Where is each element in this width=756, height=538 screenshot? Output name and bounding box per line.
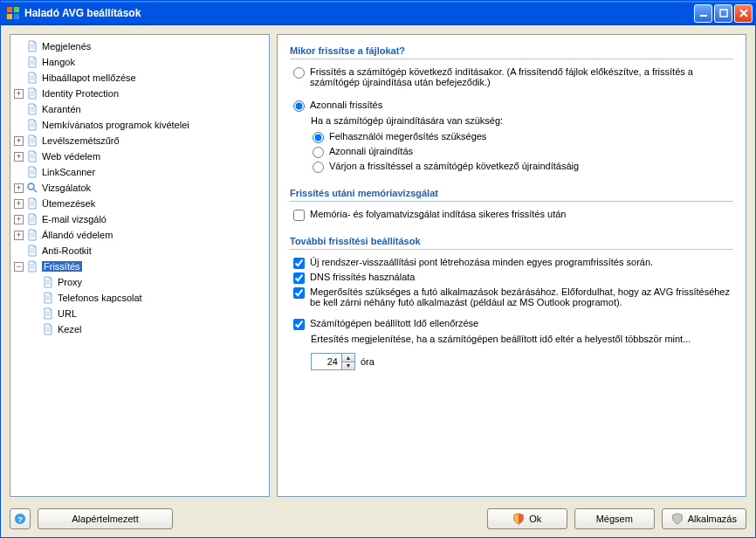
- search-icon: [26, 182, 38, 194]
- expander-spacer: [30, 325, 39, 335]
- tree-item[interactable]: +Identity Protection: [10, 86, 269, 101]
- document-icon: [26, 150, 38, 162]
- tree-item[interactable]: Hibaállapot mellőzése: [10, 70, 269, 86]
- checkbox-close-apps[interactable]: [293, 287, 305, 299]
- tree-item[interactable]: Proxy: [10, 274, 269, 290]
- checkbox-memscan[interactable]: [293, 210, 305, 221]
- tree-item[interactable]: Telefonos kapcsolat: [10, 290, 269, 306]
- option-restart-now[interactable]: Azonnali újraindítás: [313, 146, 733, 158]
- tree-item[interactable]: URL: [10, 306, 269, 321]
- svg-line-34: [33, 189, 37, 192]
- hours-spinner[interactable]: ▲ ▼: [311, 353, 355, 370]
- expander-icon[interactable]: +: [14, 152, 24, 162]
- hours-input[interactable]: [312, 354, 341, 369]
- apply-button[interactable]: Alkalmazás: [662, 508, 746, 529]
- document-icon: [26, 229, 38, 241]
- expander-icon[interactable]: +: [14, 199, 24, 209]
- expander-icon[interactable]: +: [14, 136, 24, 146]
- option-close-apps[interactable]: Megerősítés szükséges a futó alkalmazáso…: [293, 286, 733, 307]
- checkbox-close-apps-label: Megerősítés szükséges a futó alkalmazáso…: [310, 286, 733, 307]
- checkbox-restore-point-label: Új rendszer-visszaállítási pont létrehoz…: [310, 257, 733, 267]
- tree-item[interactable]: +Levélszemétszűrő: [10, 133, 269, 148]
- radio-immediate-label: Azonnali frissítés: [310, 100, 733, 110]
- section-memscan-title: Frissítés utáni memóriavizsgálat: [290, 188, 733, 202]
- default-button[interactable]: Alapértelmezett: [38, 508, 173, 529]
- expander-spacer: [14, 121, 24, 130]
- tree-item[interactable]: +E-mail vizsgáló: [10, 211, 269, 227]
- tree-item[interactable]: +Vizsgálatok: [10, 180, 269, 196]
- tree-item[interactable]: −Frissítés: [10, 259, 269, 274]
- expander-icon[interactable]: −: [14, 262, 24, 272]
- help-button[interactable]: ?: [10, 508, 31, 529]
- option-immediate[interactable]: Azonnali frissítés: [293, 100, 733, 112]
- svg-rect-5: [720, 10, 727, 17]
- option-restore-point[interactable]: Új rendszer-visszaállítási pont létrehoz…: [293, 257, 733, 269]
- checkbox-memscan-label: Memória- és folyamatvizsgálat indítása s…: [310, 209, 733, 219]
- radio-confirm[interactable]: [313, 132, 324, 143]
- expander-icon[interactable]: +: [14, 183, 24, 193]
- settings-window: Haladó AVG beállítások MegjelenésHangokH…: [0, 0, 756, 538]
- minimize-button[interactable]: [694, 4, 712, 23]
- tree-item[interactable]: Kezel: [10, 321, 269, 337]
- hours-unit: óra: [361, 356, 375, 367]
- expander-icon[interactable]: +: [14, 89, 24, 99]
- tree-item[interactable]: +Állandó védelem: [10, 227, 269, 243]
- svg-rect-2: [7, 14, 12, 19]
- tree-item[interactable]: Nemkívánatos programok kivételei: [10, 117, 269, 133]
- svg-rect-4: [700, 15, 707, 17]
- radio-wait-restart[interactable]: [313, 162, 324, 173]
- tree-item-label: Web védelem: [42, 151, 100, 162]
- tree-item-label: Anti-Rootkit: [42, 245, 92, 256]
- expander-spacer: [14, 168, 24, 177]
- radio-wait-restart-label: Várjon a frissítéssel a számítógép követ…: [329, 161, 733, 171]
- document-icon: [26, 72, 38, 84]
- tree-item[interactable]: Anti-Rootkit: [10, 243, 269, 259]
- option-wait-restart[interactable]: Várjon a frissítéssel a számítógép követ…: [313, 161, 733, 173]
- document-icon: [26, 119, 38, 131]
- cancel-button[interactable]: Mégsem: [574, 508, 655, 529]
- option-dns-update[interactable]: DNS frissítés használata: [293, 272, 733, 284]
- time-subtext: Értesítés megjelenítése, ha a számítógép…: [311, 334, 733, 344]
- ok-button[interactable]: Ok: [487, 508, 567, 529]
- tree-item-label: Levélszemétszűrő: [42, 135, 120, 146]
- nav-tree[interactable]: MegjelenésHangokHibaállapot mellőzése+Id…: [10, 34, 270, 497]
- svg-rect-1: [14, 7, 19, 12]
- tree-item[interactable]: LinkScanner: [10, 164, 269, 180]
- tree-item[interactable]: Hangok: [10, 54, 269, 70]
- close-button[interactable]: [734, 4, 753, 23]
- hours-spin-up[interactable]: ▲: [342, 354, 354, 362]
- tree-item[interactable]: Megjelenés: [10, 38, 269, 54]
- radio-next-boot[interactable]: [293, 67, 305, 79]
- expander-spacer: [30, 278, 39, 287]
- option-confirm[interactable]: Felhasználói megerősítés szükséges: [313, 131, 733, 143]
- option-check-time[interactable]: Számítógépen beállított Idő ellenőrzése: [293, 318, 733, 330]
- tree-item-label: Hangok: [42, 57, 75, 67]
- radio-immediate[interactable]: [293, 100, 305, 112]
- document-icon: [26, 213, 38, 225]
- footer: ? Alapértelmezett Ok Mégsem Alkalmazás: [1, 500, 755, 537]
- expander-icon[interactable]: +: [14, 215, 24, 224]
- tree-item[interactable]: Karantén: [10, 101, 269, 117]
- checkbox-restore-point[interactable]: [293, 258, 305, 269]
- hours-spin-down[interactable]: ▼: [342, 362, 354, 370]
- radio-restart-now[interactable]: [313, 147, 324, 158]
- expander-spacer: [14, 105, 24, 114]
- tree-item-label: Frissítés: [42, 261, 82, 272]
- tree-item[interactable]: +Web védelem: [10, 148, 269, 164]
- tree-item-label: E-mail vizsgáló: [42, 214, 107, 224]
- checkbox-dns-update[interactable]: [293, 272, 305, 284]
- document-icon: [42, 276, 54, 288]
- document-icon: [42, 323, 54, 335]
- expander-spacer: [14, 58, 24, 67]
- document-icon: [26, 134, 38, 147]
- titlebar[interactable]: Haladó AVG beállítások: [1, 1, 755, 25]
- tree-item[interactable]: +Ütemezések: [10, 196, 269, 211]
- tree-item-label: Identity Protection: [42, 88, 119, 99]
- option-next-boot[interactable]: Frissítés a számítógép következő indítás…: [293, 66, 733, 87]
- maximize-button[interactable]: [714, 4, 732, 23]
- option-memscan[interactable]: Memória- és folyamatvizsgálat indítása s…: [293, 209, 733, 221]
- checkbox-check-time[interactable]: [293, 319, 305, 330]
- settings-panel: Mikor frissítse a fájlokat? Frissítés a …: [277, 34, 746, 497]
- app-icon: [6, 6, 20, 20]
- expander-icon[interactable]: +: [14, 231, 24, 240]
